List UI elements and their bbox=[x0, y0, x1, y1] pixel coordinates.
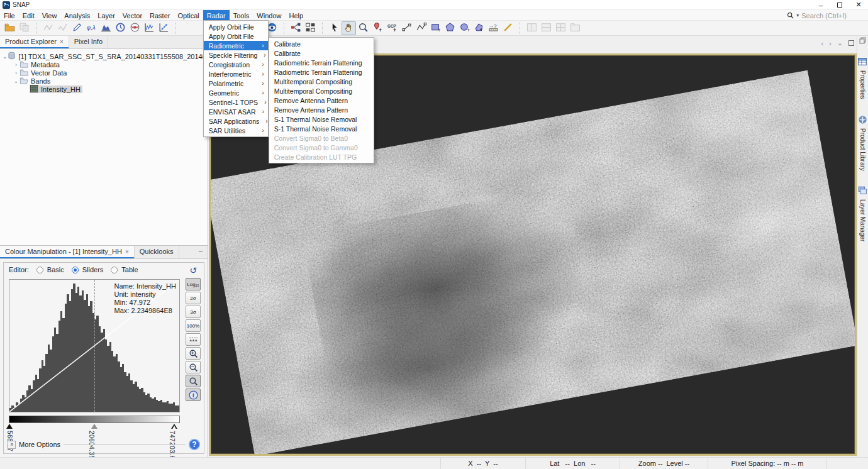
zoom-tool-button[interactable] bbox=[356, 21, 370, 35]
chevron-collapsed-icon[interactable]: › bbox=[13, 62, 19, 68]
submenu-item-s-1-thermal-noise-removal[interactable]: S-1 Thermal Noise Removal bbox=[269, 114, 374, 124]
chevron-expanded-icon[interactable]: ⌄ bbox=[3, 53, 8, 60]
time-info-button[interactable] bbox=[113, 21, 128, 35]
batch-processing-button[interactable] bbox=[303, 21, 318, 35]
menu-item-apply-orbit-file[interactable]: Apply Orbit File bbox=[204, 22, 268, 31]
maximize-view-icon[interactable] bbox=[849, 40, 854, 46]
tab-product-explorer[interactable]: Product Explorer× bbox=[0, 36, 69, 48]
float-group-icon[interactable] bbox=[859, 37, 866, 45]
distribute-evenly-button[interactable] bbox=[186, 333, 201, 346]
mid-slider-handle[interactable] bbox=[91, 424, 97, 429]
menu-item-sar-applications[interactable]: SAR Applications› bbox=[204, 116, 268, 126]
menu-edit[interactable]: Edit bbox=[19, 10, 38, 20]
tree-node-metadata[interactable]: ›Metadata bbox=[3, 60, 208, 69]
histogram-view-button[interactable] bbox=[99, 21, 113, 35]
menu-tools[interactable]: Tools bbox=[230, 10, 253, 20]
menu-file[interactable]: File bbox=[0, 10, 19, 20]
menu-item-interferometric[interactable]: Interferometric› bbox=[204, 69, 268, 79]
menu-window[interactable]: Window bbox=[253, 10, 285, 20]
chevron-expanded-icon[interactable]: ⌄ bbox=[13, 78, 19, 84]
submenu-item-radiometric-terrain-flattening[interactable]: Radiometric Terrain Flattening bbox=[269, 58, 374, 67]
tree-node--1-tdx1-sar-ssc-st-s-sra-20140[interactable]: ⌄[1] TDX1_SAR_SSC_ST_S_SRA_20140331T1555… bbox=[3, 52, 208, 60]
geo-coding-button[interactable]: φ,λ bbox=[84, 21, 99, 35]
rectangle-drawing-tool-button[interactable]: + bbox=[428, 21, 443, 35]
line-drawing-tool-button[interactable] bbox=[399, 21, 414, 35]
tree-node-vector-data[interactable]: ›Vector Data bbox=[3, 69, 208, 77]
menu-item-sentinel-1-tops[interactable]: Sentinel-1 TOPS› bbox=[204, 97, 268, 107]
tab-pixel-info[interactable]: Pixel Info bbox=[69, 36, 108, 48]
menu-item-envisat-asar[interactable]: ENVISAT ASAR› bbox=[204, 107, 268, 116]
minimize-icon[interactable]: – bbox=[811, 0, 830, 10]
menu-raster[interactable]: Raster bbox=[146, 10, 174, 20]
editor-radio-sliders[interactable] bbox=[72, 267, 79, 273]
pan-tool-button[interactable] bbox=[342, 21, 356, 35]
help-icon[interactable]: ? bbox=[189, 439, 200, 450]
max-slider-handle[interactable] bbox=[171, 424, 177, 429]
search-box[interactable]: ▾ Search (Ctrl+I) bbox=[787, 11, 847, 20]
submenu-item-remove-antenna-pattern[interactable]: Remove Antenna Pattern bbox=[269, 105, 374, 114]
colour-gradient-bar[interactable] bbox=[9, 416, 180, 423]
menu-analysis[interactable]: Analysis bbox=[60, 10, 94, 20]
tab-quicklooks[interactable]: Quicklooks bbox=[135, 246, 179, 258]
extra-info-button[interactable]: i bbox=[186, 389, 201, 401]
editor-radio-table[interactable] bbox=[111, 267, 118, 273]
dock-tab-layer-manager[interactable]: Layer Manager bbox=[857, 185, 868, 241]
edit-pen-button[interactable] bbox=[70, 21, 84, 35]
tab-close-icon[interactable]: × bbox=[125, 248, 129, 255]
submenu-item-radiometric-terrain-flattening[interactable]: Radiometric Terrain Flattening bbox=[269, 67, 374, 77]
profile-plot-button[interactable] bbox=[142, 21, 157, 35]
submenu-item-remove-antenna-pattern[interactable]: Remove Antenna Pattern bbox=[269, 96, 374, 105]
range-finder-tool-button[interactable]: →? bbox=[486, 21, 501, 35]
zoom-in-vertical-button[interactable] bbox=[186, 347, 201, 360]
dock-tab-product-library[interactable]: Product Library bbox=[857, 114, 868, 171]
open-product-button[interactable] bbox=[3, 21, 17, 35]
menu-item-radiometric[interactable]: Radiometric› bbox=[204, 41, 268, 50]
menu-radar[interactable]: RadarApply Orbit FileApply Orbit FileRad… bbox=[203, 10, 230, 20]
maximize-icon[interactable] bbox=[830, 0, 849, 10]
menu-help[interactable]: Help bbox=[285, 10, 307, 20]
world-map-button[interactable] bbox=[128, 21, 142, 35]
document-list-icon[interactable]: ⌄ bbox=[837, 39, 843, 47]
polyline-drawing-tool-button[interactable] bbox=[414, 21, 428, 35]
close-icon[interactable]: ✕ bbox=[849, 0, 868, 10]
submenu-item-calibrate[interactable]: Calibrate bbox=[269, 39, 374, 48]
menu-view[interactable]: View bbox=[38, 10, 61, 20]
nav-forward-icon[interactable]: › bbox=[829, 40, 832, 47]
scatter-plot-button[interactable] bbox=[157, 21, 171, 35]
ellipse-drawing-tool-button[interactable]: + bbox=[457, 21, 472, 35]
polygon-drawing-tool-button[interactable] bbox=[443, 21, 457, 35]
tree-node-intensity-hh[interactable]: Intensity_HH bbox=[3, 85, 208, 93]
submenu-item-calibrate[interactable]: Calibrate bbox=[269, 48, 374, 58]
pin-placing-tool-button[interactable]: + bbox=[370, 21, 385, 35]
submenu-item-s-1-thermal-noise-removal[interactable]: S-1 Thermal Noise Removal bbox=[269, 124, 374, 133]
selection-tool-button[interactable] bbox=[327, 21, 342, 35]
magic-wand-tool-button[interactable]: * bbox=[472, 21, 486, 35]
min-slider-handle[interactable] bbox=[6, 424, 13, 429]
draw-line-tool-button[interactable] bbox=[501, 21, 515, 35]
menu-item-coregistration[interactable]: Coregistration› bbox=[204, 60, 268, 69]
chevron-collapsed-icon[interactable]: › bbox=[13, 70, 19, 76]
tab-close-icon[interactable]: × bbox=[60, 38, 64, 45]
menu-vector[interactable]: Vector bbox=[119, 10, 146, 20]
submenu-item-multitemporal-compositing[interactable]: Multitemporal Compositing bbox=[269, 86, 374, 96]
menu-item-geometric[interactable]: Geometric› bbox=[204, 88, 268, 97]
menu-optical[interactable]: Optical bbox=[174, 10, 203, 20]
minimize-panel-icon[interactable]: – bbox=[199, 246, 208, 258]
menu-item-sar-utilities[interactable]: SAR Utilities› bbox=[204, 126, 268, 135]
menu-layer[interactable]: Layer bbox=[94, 10, 119, 20]
log10-toggle-button[interactable]: Log₁₀ bbox=[186, 278, 201, 290]
menu-item-speckle-filtering[interactable]: Speckle Filtering› bbox=[204, 50, 268, 60]
submenu-item-multitemporal-compositing[interactable]: Multitemporal Compositing bbox=[269, 77, 374, 86]
collapse-icon[interactable]: « bbox=[8, 441, 16, 449]
nav-back-icon[interactable]: ‹ bbox=[821, 40, 823, 47]
dock-tab-properties[interactable]: Properties bbox=[857, 57, 868, 99]
stretch-3sigma-button[interactable]: 3σ bbox=[186, 306, 201, 318]
reset-histogram-button[interactable]: ↺ bbox=[186, 264, 201, 277]
zoom-out-vertical-button[interactable] bbox=[186, 361, 201, 373]
stretch-100pct-button[interactable]: 100% bbox=[186, 319, 201, 332]
menu-item-polarimetric[interactable]: Polarimetric› bbox=[204, 79, 268, 88]
graph-builder-button[interactable] bbox=[289, 21, 303, 35]
stretch-2sigma-button[interactable]: 2σ bbox=[186, 292, 201, 304]
gcp-placing-tool-button[interactable]: GCP+ bbox=[385, 21, 399, 35]
tab-colour-manipulation-1-intensity-hh[interactable]: Colour Manipulation - [1] Intensity_HH× bbox=[0, 246, 135, 258]
